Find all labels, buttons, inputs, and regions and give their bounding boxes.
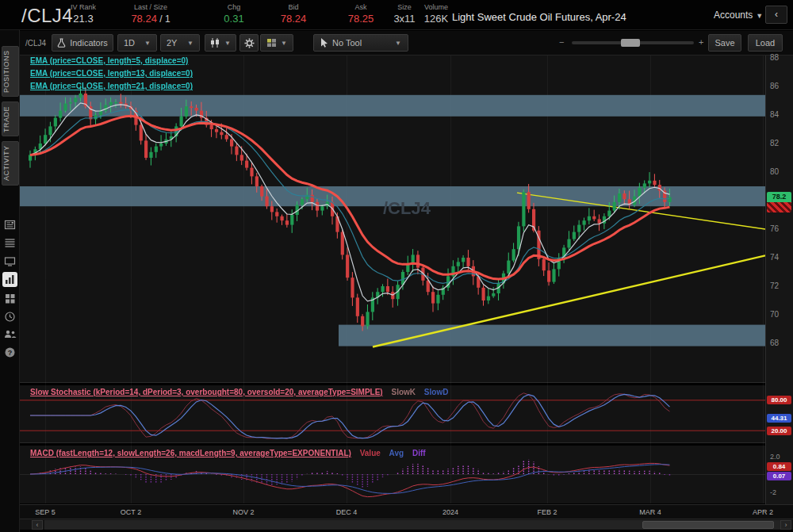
- trading-app: /CLJ4 IV Rank 21.3 Last / Size 78.24 / 1…: [0, 0, 793, 532]
- stoch-axis-bubble: 44.31: [767, 414, 791, 423]
- price-tick: 84: [770, 110, 779, 119]
- date-tick: SEP 5: [35, 508, 55, 516]
- drawing-tool-dropdown[interactable]: No Tool ▼: [313, 34, 408, 52]
- cursor-icon: [320, 38, 328, 48]
- stat-size: Size 3x11: [389, 3, 420, 25]
- date-tick: NOV 2: [232, 508, 254, 516]
- collapse-panel-button[interactable]: ‹: [765, 6, 787, 24]
- stoch-axis-bubble: 80.00: [767, 396, 791, 404]
- sidebar-tab-positions[interactable]: POSITIONS: [2, 46, 19, 97]
- study-label-stochastic[interactable]: Slow Stochastic (kPeriod=14, dPeriod=3, …: [30, 388, 383, 396]
- legend-slowk: SlowK: [391, 388, 416, 396]
- date-tick: DEC 4: [336, 508, 358, 516]
- chevron-down-icon: ▼: [281, 40, 287, 47]
- scroll-right-button[interactable]: ›: [780, 520, 791, 530]
- chevron-down-icon: ▼: [187, 40, 193, 47]
- gear-icon: [244, 38, 255, 48]
- price-tick: 76: [770, 224, 779, 233]
- chevron-down-icon: ▼: [395, 40, 401, 47]
- legend-slowd: SlowD: [424, 388, 449, 396]
- chevron-down-icon: ▼: [756, 12, 763, 20]
- legend-value: Value: [360, 449, 381, 457]
- chart-type-dropdown[interactable]: ▼: [205, 34, 236, 52]
- scrollbar-track[interactable]: [44, 520, 788, 530]
- layout-grid-icon: [266, 38, 277, 48]
- grid-layout-dropdown[interactable]: ▼: [260, 34, 293, 52]
- date-tick: FEB 2: [537, 508, 557, 516]
- monitor-icon[interactable]: [2, 254, 17, 269]
- stat-last-size: Last / Size 78.24 / 1: [119, 3, 182, 25]
- help-icon[interactable]: ?: [2, 345, 17, 360]
- last-price-bubble: 78.2: [767, 192, 791, 202]
- svg-text:?: ?: [8, 349, 13, 357]
- history-icon[interactable]: [2, 309, 17, 324]
- bid-ask-marker: [767, 202, 791, 212]
- date-tick: OCT 2: [121, 508, 141, 516]
- sidebar-tab-trade[interactable]: TRADE: [2, 101, 19, 136]
- horizontal-scrollbar: ‹ ›: [20, 519, 793, 530]
- zoom-slider-thumb[interactable]: [621, 39, 640, 47]
- watchlist-icon[interactable]: [2, 235, 17, 251]
- macd-axis-bottom-label: -2: [770, 488, 776, 496]
- accounts-menu[interactable]: Accounts▼: [714, 10, 763, 21]
- stat-iv-rank: IV Rank 21.3: [56, 3, 111, 25]
- zoom-in-button[interactable]: +: [699, 37, 703, 47]
- study-label-ema13[interactable]: EMA (price=CLOSE, length=13, displace=0): [30, 69, 193, 78]
- macd-pane-header: MACD (fastLength=12, slowLength=26, macd…: [30, 449, 426, 457]
- zoom-slider[interactable]: [572, 41, 694, 44]
- price-chart-canvas[interactable]: [20, 55, 765, 504]
- news-icon[interactable]: [2, 217, 17, 232]
- macd-axis-bubble: 0.07: [767, 472, 791, 480]
- date-tick: 2024: [442, 508, 458, 516]
- macd-axis-bubble: 0.84: [767, 462, 791, 471]
- price-tick: 68: [770, 339, 779, 347]
- chart-settings-button[interactable]: [239, 34, 259, 52]
- date-tick: APR 2: [753, 508, 773, 516]
- price-tick: 72: [770, 281, 779, 290]
- stoch-axis-bubble: 20.00: [767, 427, 791, 435]
- price-axis[interactable]: 888684828078767472706878.280.0044.3120.0…: [765, 55, 793, 504]
- price-tick: 88: [770, 53, 779, 62]
- community-icon[interactable]: [2, 327, 17, 342]
- date-axis[interactable]: SEP 5OCT 2NOV 2DEC 42024FEB 2MAR 4APR 2: [20, 504, 793, 519]
- toolbar-symbol-label: /CLJ4: [25, 39, 46, 48]
- chart-toolbar: /CLJ4 Indicators 1D▼ 2Y▼ ▼: [20, 31, 793, 55]
- stat-bid: Bid 78.24: [270, 3, 317, 25]
- candlestick-chart-icon: [210, 38, 220, 48]
- chevron-down-icon: ▼: [144, 40, 151, 47]
- range-dropdown[interactable]: 2Y▼: [160, 34, 200, 52]
- sidebar-tab-activity[interactable]: ACTIVITY: [2, 141, 19, 186]
- stochastic-pane-header: Slow Stochastic (kPeriod=14, dPeriod=3, …: [30, 388, 448, 396]
- price-tick: 86: [770, 82, 779, 90]
- grid-icon[interactable]: [2, 291, 17, 306]
- load-button[interactable]: Load: [748, 34, 783, 52]
- chevron-down-icon: ▼: [224, 40, 231, 47]
- flask-icon: [57, 38, 66, 48]
- stat-volume: Volume 126K: [419, 3, 454, 25]
- legend-avg: Avg: [389, 449, 404, 457]
- date-tick: MAR 4: [639, 508, 661, 516]
- scrollbar-thumb[interactable]: [642, 521, 774, 529]
- header-bar: /CLJ4 IV Rank 21.3 Last / Size 78.24 / 1…: [0, 0, 793, 30]
- price-tick: 80: [770, 167, 779, 176]
- price-tick: 82: [770, 139, 779, 147]
- left-sidebar: POSITIONS TRADE ACTIVITY ?: [0, 30, 20, 532]
- study-label-ema5[interactable]: EMA (price=CLOSE, length=5, displace=0): [30, 56, 188, 65]
- scroll-left-button[interactable]: ‹: [32, 520, 43, 530]
- price-tick: 74: [770, 253, 779, 262]
- save-button[interactable]: Save: [708, 34, 741, 52]
- price-tick: 70: [770, 310, 779, 319]
- stat-chg: Chg 0.31: [210, 3, 258, 25]
- legend-diff: Diff: [412, 449, 426, 457]
- stat-ask: Ask 78.25: [337, 3, 385, 25]
- aggregation-dropdown[interactable]: 1D▼: [117, 34, 157, 52]
- macd-axis-top-label: 2.0: [770, 453, 780, 461]
- instrument-description: Light Sweet Crude Oil Futures, Apr-24: [452, 11, 626, 23]
- charts-icon[interactable]: [2, 272, 17, 287]
- study-label-macd[interactable]: MACD (fastLength=12, slowLength=26, macd…: [30, 449, 351, 457]
- study-label-ema21[interactable]: EMA (price=CLOSE, length=21, displace=0): [30, 82, 193, 90]
- zoom-out-button[interactable]: −: [559, 37, 564, 47]
- indicators-button[interactable]: Indicators: [52, 34, 113, 52]
